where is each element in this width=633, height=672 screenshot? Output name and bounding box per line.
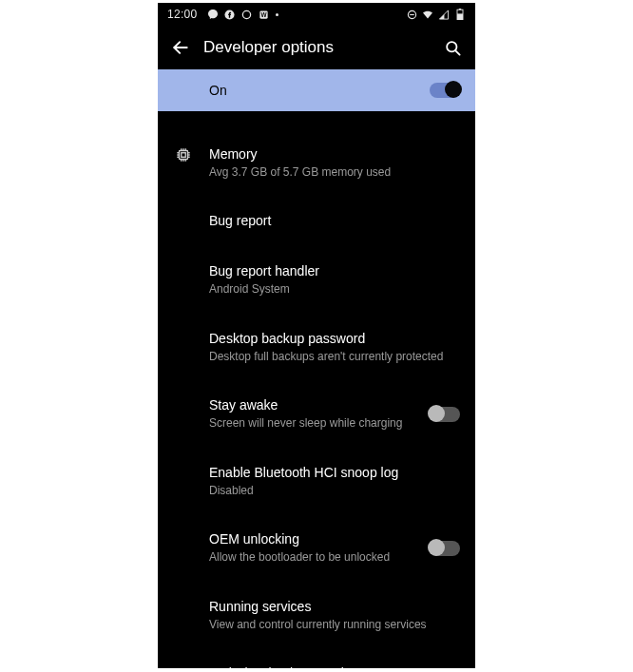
search-button[interactable] xyxy=(439,39,466,57)
list-item-subtitle: Android System xyxy=(209,282,460,298)
list-item-subtitle: Avg 3.7 GB of 5.7 GB memory used xyxy=(209,165,460,181)
master-toggle-bar[interactable]: On xyxy=(158,69,475,111)
wifi-icon xyxy=(422,9,433,20)
search-icon xyxy=(444,39,462,57)
list-item-title: Stay awake xyxy=(209,396,418,414)
oem-unlocking-switch[interactable] xyxy=(430,541,460,556)
status-time: 12:00 xyxy=(167,8,198,21)
list-item-title: OEM unlocking xyxy=(209,530,418,548)
row-bluetooth-hci[interactable]: Enable Bluetooth HCI snoop log Disabled xyxy=(158,454,475,508)
svg-rect-8 xyxy=(457,13,463,20)
stay-awake-switch[interactable] xyxy=(430,407,460,422)
more-icon xyxy=(276,13,278,16)
list-item-title: Desktop backup password xyxy=(209,330,460,348)
app-bar: Developer options xyxy=(158,26,475,69)
app-icon: W xyxy=(259,9,270,20)
settings-list: Memory Avg 3.7 GB of 5.7 GB memory used … xyxy=(158,111,475,668)
battery-icon xyxy=(454,9,466,20)
circle-icon xyxy=(241,9,253,20)
memory-chip-icon xyxy=(175,146,192,163)
row-bug-report[interactable]: Bug report xyxy=(158,202,475,240)
svg-rect-12 xyxy=(180,151,188,160)
svg-line-11 xyxy=(455,50,460,55)
status-bar: 12:00 W xyxy=(158,3,475,26)
master-toggle-label: On xyxy=(209,83,430,98)
messenger-icon xyxy=(207,9,219,20)
list-item-subtitle: Allow the bootloader to be unlocked xyxy=(209,550,418,566)
master-toggle-switch[interactable] xyxy=(430,83,460,98)
row-bug-report-handler[interactable]: Bug report handler Android System xyxy=(158,253,475,306)
list-item-title: Bug report handler xyxy=(209,262,460,280)
phone-frame: 12:00 W xyxy=(158,3,475,668)
list-item-subtitle: Disabled xyxy=(209,484,460,499)
list-item-title: Memory xyxy=(209,145,460,163)
list-item-title: Running services xyxy=(209,598,460,616)
dnd-icon xyxy=(406,9,417,20)
row-running-services[interactable]: Running services View and control curren… xyxy=(158,588,475,642)
page-title: Developer options xyxy=(203,38,439,57)
row-webview-implementation[interactable]: WebView implementation Android System We… xyxy=(158,655,475,668)
list-item-title: Bug report xyxy=(209,212,460,230)
svg-rect-13 xyxy=(182,153,186,158)
list-item-title: WebView implementation xyxy=(209,664,460,668)
row-desktop-backup-password[interactable]: Desktop backup password Desktop full bac… xyxy=(158,320,475,374)
svg-point-1 xyxy=(242,10,250,18)
facebook-icon xyxy=(224,9,236,20)
row-memory[interactable]: Memory Avg 3.7 GB of 5.7 GB memory used xyxy=(158,136,475,189)
list-item-subtitle: Desktop full backups aren't currently pr… xyxy=(209,350,460,365)
row-oem-unlocking[interactable]: OEM unlocking Allow the bootloader to be… xyxy=(158,521,475,574)
svg-text:W: W xyxy=(261,10,268,17)
list-item-title: Enable Bluetooth HCI snoop log xyxy=(209,464,460,482)
arrow-back-icon xyxy=(171,38,190,57)
signal-icon xyxy=(438,9,450,20)
list-item-subtitle: Screen will never sleep while charging xyxy=(209,416,418,432)
list-item-subtitle: View and control currently running servi… xyxy=(209,618,460,633)
back-button[interactable] xyxy=(167,38,194,57)
row-stay-awake[interactable]: Stay awake Screen will never sleep while… xyxy=(158,387,475,440)
